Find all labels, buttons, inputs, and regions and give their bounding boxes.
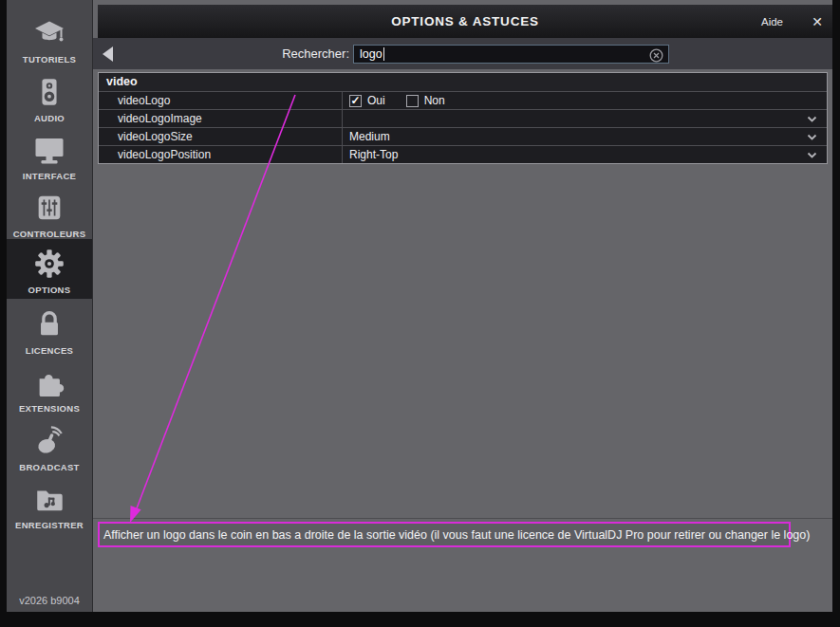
checkbox-checked-icon[interactable]: ✓ — [349, 95, 362, 107]
sidebar-item-interface[interactable]: INTERFACE — [7, 126, 92, 181]
setting-description-text: Afficher un logo dans le coin en bas a d… — [103, 528, 810, 542]
record-folder-icon — [33, 480, 65, 518]
title-bar: OPTIONS & ASTUCES Aide ✕ — [98, 5, 832, 38]
setting-row-videologosize[interactable]: videoLogoSize Medium — [99, 127, 827, 145]
help-button[interactable]: Aide — [761, 16, 783, 28]
setting-value: Right-Top — [343, 146, 827, 163]
chevron-down-icon[interactable] — [807, 152, 817, 159]
sidebar-item-label: ENREGISTRER — [15, 520, 84, 530]
setting-name: videoLogo — [99, 92, 343, 109]
chevron-down-icon[interactable] — [807, 134, 817, 141]
setting-value: Medium — [343, 128, 827, 145]
clear-circle-x-icon[interactable] — [649, 48, 663, 63]
setting-value — [343, 110, 827, 127]
virtualdj-settings-window: TUTORIELS AUDIO INTERFACE CONTROLEURS — [0, 0, 840, 627]
checkbox-unchecked-icon[interactable] — [406, 95, 419, 107]
sidebar-item-label: AUDIO — [34, 113, 65, 123]
text-caret — [383, 47, 385, 61]
sidebar-item-label: OPTIONS — [28, 285, 71, 295]
search-input[interactable]: logo — [353, 45, 669, 64]
broadcast-icon — [33, 422, 65, 460]
sidebar-item-licences[interactable]: LICENCES — [7, 301, 92, 356]
setting-name: videoLogoSize — [99, 128, 343, 145]
dropdown-value: Right-Top — [349, 148, 398, 161]
sidebar-item-controleurs[interactable]: CONTROLEURS — [7, 184, 92, 239]
sidebar-item-label: INTERFACE — [23, 171, 77, 181]
setting-row-videologo[interactable]: videoLogo ✓ Oui Non — [99, 91, 827, 109]
speaker-icon — [33, 73, 65, 111]
sidebar-item-enregistrer[interactable]: ENREGISTRER — [7, 475, 92, 530]
sidebar: TUTORIELS AUDIO INTERFACE CONTROLEURS — [7, 0, 93, 612]
sidebar-item-label: BROADCAST — [19, 462, 79, 472]
graduation-cap-icon — [32, 14, 66, 52]
chevron-down-icon[interactable] — [807, 116, 817, 123]
sidebar-item-label: CONTROLEURS — [13, 229, 86, 239]
monitor-icon — [32, 131, 66, 169]
search-input-value: logo — [360, 47, 383, 61]
search-label: Rechercher: — [282, 46, 349, 61]
version-text: v2026 b9004 — [7, 595, 92, 606]
dropdown-value: Medium — [349, 130, 390, 143]
sidebar-item-label: LICENCES — [26, 345, 73, 356]
option-label-oui: Oui — [367, 94, 385, 107]
gear-icon — [31, 245, 67, 283]
sidebar-item-extensions[interactable]: EXTENSIONS — [7, 359, 92, 414]
check-mark: ✓ — [350, 95, 360, 106]
lock-icon — [33, 305, 65, 343]
sidebar-item-label: TUTORIELS — [23, 54, 76, 65]
close-icon[interactable]: ✕ — [812, 14, 823, 29]
sidebar-item-audio[interactable]: AUDIO — [7, 68, 92, 123]
setting-description-annotation-box: Afficher un logo dans le coin en bas a d… — [98, 522, 791, 547]
main-panel: OPTIONS & ASTUCES Aide ✕ Rechercher: log… — [93, 0, 832, 612]
description-divider — [93, 518, 832, 519]
setting-row-videologoimage[interactable]: videoLogoImage — [99, 109, 827, 127]
sliders-icon — [33, 189, 65, 227]
setting-name: videoLogoImage — [99, 110, 343, 127]
sidebar-item-label: EXTENSIONS — [19, 403, 80, 414]
puzzle-icon — [33, 363, 65, 401]
back-arrow-icon[interactable] — [103, 46, 113, 62]
setting-name: videoLogoPosition — [99, 146, 343, 163]
sidebar-item-tutoriels[interactable]: TUTORIELS — [7, 9, 92, 65]
search-row: Rechercher: logo — [93, 38, 832, 69]
option-label-non: Non — [424, 94, 445, 107]
setting-row-videologoposition[interactable]: videoLogoPosition Right-Top — [99, 145, 827, 163]
sidebar-item-options[interactable]: OPTIONS — [7, 239, 92, 299]
setting-value: ✓ Oui Non — [343, 92, 827, 109]
settings-table: video videoLogo ✓ Oui Non videoLogoImage — [98, 72, 828, 164]
page-title: OPTIONS & ASTUCES — [98, 14, 832, 28]
sidebar-item-broadcast[interactable]: BROADCAST — [7, 417, 92, 472]
settings-group-header: video — [99, 73, 827, 91]
